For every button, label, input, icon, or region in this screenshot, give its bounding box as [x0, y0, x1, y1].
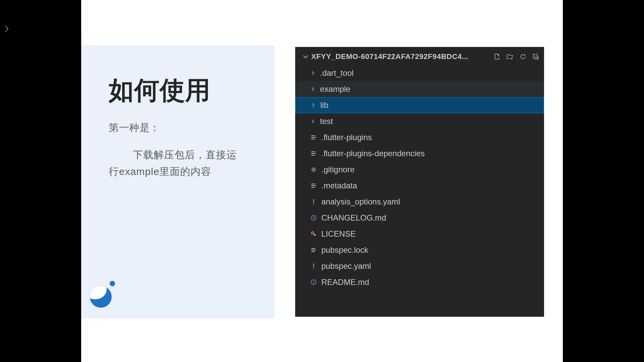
file-item[interactable]: CHANGELOG.md [295, 210, 544, 226]
item-label: .flutter-plugins-dependencies [321, 149, 425, 158]
file-item[interactable]: .flutter-plugins-dependencies [295, 145, 544, 162]
file-item[interactable]: LICENSE [295, 226, 544, 242]
folder-item[interactable]: test [295, 113, 544, 129]
explorer-header[interactable]: XFYY_DEMO-60714F22AFA7292F94BDC4... [295, 47, 544, 65]
gitignore-icon [309, 166, 318, 173]
item-label: CHANGELOG.md [321, 213, 386, 223]
item-label: LICENSE [321, 229, 356, 239]
clock-icon [309, 215, 318, 221]
folder-item[interactable]: example [295, 81, 544, 97]
exclaim-icon: ! [309, 197, 318, 206]
slide-logo [90, 281, 115, 308]
collapse-all-icon[interactable] [532, 53, 539, 60]
exclaim-icon: ! [309, 262, 318, 270]
item-label: .dart_tool [320, 68, 354, 78]
chevron-right-icon [309, 119, 317, 124]
chevron-right-icon [309, 87, 317, 92]
svg-point-3 [312, 232, 314, 234]
slide-canvas: 如何使用 第一种是： 下载解压包后，直接运 行example里面的内容 XFYY… [81, 0, 563, 362]
item-label: .metadata [321, 181, 357, 190]
folder-item[interactable]: .dart_tool [295, 65, 544, 81]
file-item[interactable]: !analysis_options.yaml [295, 194, 544, 210]
vscode-explorer-panel: XFYY_DEMO-60714F22AFA7292F94BDC4... .dar… [295, 47, 544, 317]
item-label: pubspec.lock [321, 245, 368, 255]
file-item[interactable]: .metadata [295, 178, 544, 194]
item-label: README.md [321, 278, 369, 287]
file-item[interactable]: .gitignore [295, 162, 544, 178]
svg-point-1 [313, 169, 314, 170]
svg-point-5 [313, 281, 314, 281]
chevron-right-icon [309, 71, 317, 75]
item-label: example [320, 84, 351, 94]
refresh-icon[interactable] [519, 53, 527, 60]
slide-subtitle: 第一种是： [109, 121, 248, 135]
item-label: .gitignore [321, 165, 355, 174]
chevron-right-icon [310, 103, 317, 108]
lines-icon [309, 182, 318, 189]
slide-text-panel: 如何使用 第一种是： 下载解压包后，直接运 行example里面的内容 [81, 45, 275, 318]
file-item[interactable]: .flutter-plugins [295, 129, 544, 145]
file-item[interactable]: pubspec.lock [295, 242, 544, 258]
lines-icon [309, 134, 318, 141]
item-label: test [320, 117, 333, 126]
new-file-icon[interactable] [494, 53, 501, 60]
lines-icon [309, 247, 318, 253]
lines-icon [309, 150, 318, 157]
slide-body-line2: 行example里面的内容 [109, 163, 248, 180]
item-label: .flutter-plugins [321, 133, 372, 142]
chevron-down-icon [303, 54, 309, 60]
key-icon [309, 231, 318, 237]
explorer-project-name: XFYY_DEMO-60714F22AFA7292F94BDC4... [311, 52, 491, 61]
info-icon [309, 279, 318, 286]
slide-body-line1: 下载解压包后，直接运 [109, 146, 248, 163]
nav-prev-button[interactable] [5, 25, 9, 35]
file-item[interactable]: !pubspec.yaml [295, 258, 544, 274]
file-item[interactable]: README.md [295, 274, 544, 290]
item-label: lib [320, 101, 328, 110]
item-label: pubspec.yaml [321, 261, 371, 271]
slide-title: 如何使用 [109, 74, 248, 108]
new-folder-icon[interactable] [506, 53, 514, 60]
folder-item[interactable]: lib [295, 97, 544, 113]
item-label: analysis_options.yaml [321, 197, 400, 206]
